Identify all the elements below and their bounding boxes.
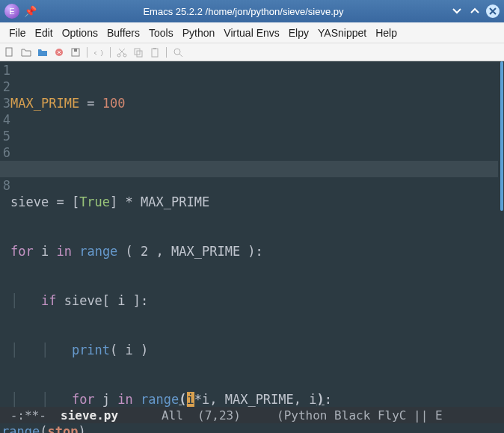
kill-buffer-icon[interactable] [54,47,64,58]
code-line: sieve = [True] * MAX_PRIME [10,194,504,210]
code-line: for i in range ( 2 , MAX_PRIME ): [10,243,504,260]
menu-tools[interactable]: Tools [144,25,178,41]
line-number: 2 [0,79,10,95]
scrollbar[interactable] [498,61,504,407]
menu-buffers[interactable]: Buffers [102,25,144,41]
menu-file[interactable]: File [4,25,31,41]
code-area[interactable]: MAX_PRIME = 100 sieve = [True] * MAX_PRI… [10,61,504,407]
svg-rect-0 [6,48,12,56]
close-paren-match: ) [317,392,325,407]
search-icon[interactable] [173,47,183,58]
svg-rect-9 [153,48,156,49]
scrollbar-thumb[interactable] [500,61,503,211]
open-paren-match: ( [179,392,186,407]
pin-icon[interactable]: 📌 [24,5,37,17]
window-title: Emacs 25.2.2 /home/jon/python/sieve/siev… [37,6,450,17]
save-icon[interactable] [70,47,81,58]
toolbar [0,43,504,61]
line-number-gutter: 1 2 3 4 5 6 7 8 [0,61,10,407]
line-number: 1 [0,62,10,79]
menu-edit[interactable]: Edit [31,25,58,41]
code-line: │ if sieve[ i ]: [10,292,504,309]
cut-icon[interactable] [117,47,127,58]
line-number: 3 [0,95,10,111]
code-line: │ │ print( i ) [10,342,504,358]
copy-icon[interactable] [133,47,144,58]
svg-rect-3 [74,49,77,52]
menu-help[interactable]: Help [371,25,402,41]
toolbar-separator [166,47,167,58]
line-number: 5 [0,128,10,144]
code-line: │ │ for j in range(i*i, MAX_PRIME, i): [10,391,504,408]
code-line [10,144,504,161]
emacs-icon: E [4,4,19,19]
line-number: 8 [0,177,10,194]
menu-virtual-envs[interactable]: Virtual Envs [219,25,283,41]
svg-point-10 [174,49,180,55]
menu-yasnippet[interactable]: YASnippet [313,25,371,41]
toolbar-separator [87,47,87,58]
menu-options[interactable]: Options [58,25,102,41]
menu-python[interactable]: Python [178,25,220,41]
close-icon[interactable] [486,4,500,18]
menu-elpy[interactable]: Elpy [284,25,313,41]
cursor: i [187,392,194,407]
paste-icon[interactable] [150,47,160,58]
code-line: MAX_PRIME = 100 [10,95,504,111]
minimize-icon[interactable] [450,4,464,18]
undo-icon[interactable] [93,47,104,58]
editor[interactable]: 1 2 3 4 5 6 7 8 MAX_PRIME = 100 sieve = … [0,61,504,407]
line-number: 4 [0,111,10,128]
maximize-icon[interactable] [468,4,482,18]
titlebar: E 📌 Emacs 25.2.2 /home/jon/python/sieve/… [0,0,504,22]
svg-rect-8 [152,49,158,57]
open-folder-icon[interactable] [21,47,31,58]
toolbar-separator [110,47,111,58]
folder-icon[interactable] [37,47,48,58]
new-file-icon[interactable] [4,47,15,58]
line-number: 6 [0,144,10,161]
menubar: File Edit Options Buffers Tools Python V… [0,22,504,43]
